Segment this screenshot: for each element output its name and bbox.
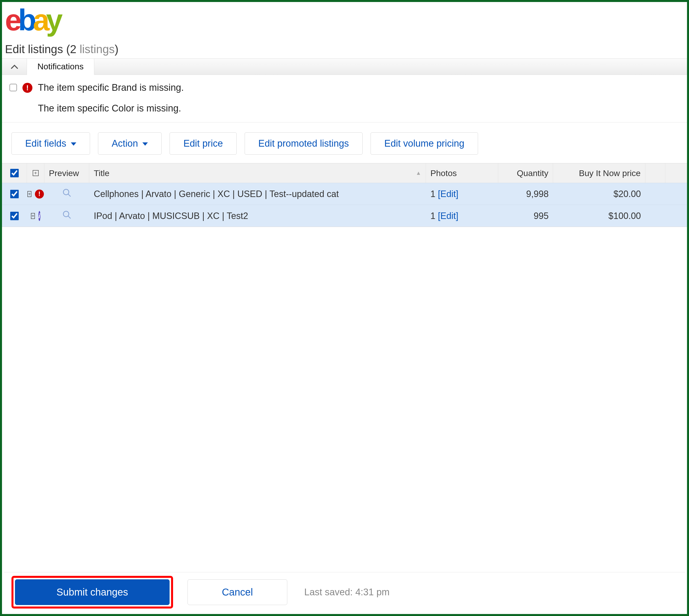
notification-message: The item specific Brand is missing. xyxy=(38,82,184,93)
action-button[interactable]: Action xyxy=(98,132,162,155)
submit-changes-button[interactable]: Submit changes xyxy=(15,579,170,605)
preview-button[interactable] xyxy=(44,205,89,227)
row-photos: 1 [Edit] xyxy=(426,183,498,205)
svg-line-4 xyxy=(68,216,71,218)
edit-promoted-listings-button[interactable]: Edit promoted listings xyxy=(245,132,362,155)
footer-bar: Submit changes Cancel Last saved: 4:31 p… xyxy=(4,572,685,612)
notifications-bar: Notifications xyxy=(2,58,687,75)
row-price: $20.00 xyxy=(553,183,645,205)
listing-count: 2 xyxy=(70,43,76,56)
chevron-up-icon xyxy=(11,64,18,69)
error-icon: ! xyxy=(22,83,32,93)
row-quantity: 9,998 xyxy=(498,183,553,205)
notification-checkbox[interactable] xyxy=(9,84,17,91)
listing-count-suffix: listings xyxy=(80,43,115,56)
col-photos[interactable]: Photos xyxy=(426,163,498,183)
table-row[interactable]: + i IPod | Arvato | MUSICSUB | XC | Test… xyxy=(2,205,687,227)
tab-notifications[interactable]: Notifications xyxy=(27,59,94,75)
magnifier-icon xyxy=(62,210,71,221)
row-status-cell: + i xyxy=(27,205,44,227)
col-preview[interactable]: Preview xyxy=(44,163,89,183)
col-extra xyxy=(645,163,665,183)
row-checkbox[interactable] xyxy=(10,190,19,198)
expand-all-cell: + xyxy=(27,163,44,183)
row-status-cell: + ! xyxy=(27,183,44,205)
submit-label: Submit changes xyxy=(57,587,128,597)
edit-photos-link[interactable]: Edit xyxy=(440,211,456,221)
sort-asc-icon: ▲ xyxy=(416,170,421,176)
row-title: Cellphones | Arvato | Generic | XC | USE… xyxy=(89,183,426,205)
error-icon: ! xyxy=(35,190,44,199)
listings-table: + Preview Title ▲ Photos Quantity Buy It… xyxy=(2,163,687,227)
svg-line-2 xyxy=(68,194,71,197)
svg-text:ebay: ebay xyxy=(5,5,63,37)
ebay-logo: ebay xyxy=(2,2,687,38)
row-price: $100.00 xyxy=(553,205,645,227)
notifications-panel: ! The item specific Brand is missing. Th… xyxy=(2,75,687,123)
page-title-text: Edit listings xyxy=(5,43,63,56)
edit-fields-label: Edit fields xyxy=(25,138,66,149)
edit-price-label: Edit price xyxy=(183,138,223,149)
svg-point-3 xyxy=(63,211,69,217)
chevron-down-icon xyxy=(142,142,148,146)
edit-volume-pricing-button[interactable]: Edit volume pricing xyxy=(371,132,478,155)
row-checkbox[interactable] xyxy=(10,212,19,220)
table-header: + Preview Title ▲ Photos Quantity Buy It… xyxy=(2,163,687,183)
cancel-label: Cancel xyxy=(222,587,253,597)
edit-volume-label: Edit volume pricing xyxy=(384,138,464,149)
notification-message: The item specific Color is missing. xyxy=(38,103,181,114)
row-photos: 1 [Edit] xyxy=(426,205,498,227)
action-label: Action xyxy=(112,138,138,149)
chevron-down-icon xyxy=(71,142,76,146)
select-all-cell xyxy=(2,163,27,183)
cancel-button[interactable]: Cancel xyxy=(187,579,287,605)
preview-button[interactable] xyxy=(44,183,89,205)
info-icon: i xyxy=(38,211,40,221)
page-title: Edit listings (2 listings) xyxy=(2,38,687,58)
edit-toolbar: Edit fields Action Edit price Edit promo… xyxy=(2,123,687,163)
magnifier-icon xyxy=(62,188,71,199)
edit-photos-link[interactable]: Edit xyxy=(440,189,456,199)
expand-row-button[interactable]: + xyxy=(31,213,35,219)
edit-price-button[interactable]: Edit price xyxy=(170,132,237,155)
edit-fields-button[interactable]: Edit fields xyxy=(12,132,90,155)
col-price[interactable]: Buy It Now price xyxy=(553,163,645,183)
col-quantity[interactable]: Quantity xyxy=(498,163,553,183)
expand-row-button[interactable]: + xyxy=(27,191,31,197)
table-row[interactable]: + ! Cellphones | Arvato | Generic | XC |… xyxy=(2,183,687,205)
svg-point-1 xyxy=(63,189,69,195)
last-saved-text: Last saved: 4:31 pm xyxy=(304,587,390,597)
row-quantity: 995 xyxy=(498,205,553,227)
expand-all-button[interactable]: + xyxy=(33,170,39,176)
col-title[interactable]: Title ▲ xyxy=(89,163,426,183)
edit-promoted-label: Edit promoted listings xyxy=(258,138,349,149)
collapse-notifications-button[interactable] xyxy=(2,59,27,74)
select-all-checkbox[interactable] xyxy=(10,169,19,177)
tab-notifications-label: Notifications xyxy=(38,62,84,71)
submit-highlight-box: Submit changes xyxy=(12,576,173,609)
row-title: IPod | Arvato | MUSICSUB | XC | Test2 xyxy=(89,205,426,227)
